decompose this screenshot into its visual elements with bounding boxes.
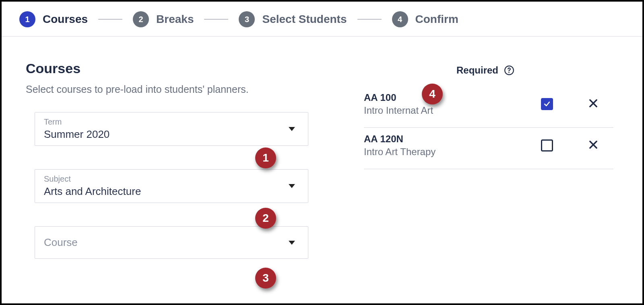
step-connector bbox=[204, 19, 228, 20]
step-connector bbox=[357, 19, 382, 20]
step-number: 1 bbox=[19, 11, 35, 27]
chevron-down-icon bbox=[289, 241, 295, 245]
annotation-badge-1: 1 bbox=[255, 147, 276, 168]
required-checkbox[interactable] bbox=[541, 98, 553, 110]
annotation-badge-4: 4 bbox=[422, 84, 443, 104]
page-subtitle: Select courses to pre-load into students… bbox=[26, 84, 328, 95]
left-column: Courses Select courses to pre-load into … bbox=[26, 61, 328, 282]
step-breaks[interactable]: 2 Breaks bbox=[133, 11, 194, 27]
step-label: Breaks bbox=[156, 13, 194, 26]
term-dropdown[interactable]: Term Summer 2020 bbox=[35, 112, 308, 146]
step-select-students[interactable]: 3 Select Students bbox=[239, 11, 347, 27]
step-courses[interactable]: 1 Courses bbox=[19, 11, 88, 27]
course-dropdown[interactable]: Course bbox=[35, 226, 308, 259]
course-info: AA 120N Intro Art Therapy bbox=[364, 133, 521, 158]
subject-dropdown[interactable]: Subject Arts and Architecture bbox=[35, 169, 308, 203]
remove-course-button[interactable] bbox=[588, 139, 599, 152]
annotation-badge-2: 2 bbox=[255, 208, 276, 229]
wizard-stepper: 1 Courses 2 Breaks 3 Select Students 4 C… bbox=[2, 2, 642, 37]
chevron-down-icon bbox=[289, 184, 295, 188]
required-label: Required bbox=[456, 65, 498, 76]
step-number: 4 bbox=[392, 11, 408, 27]
svg-point-1 bbox=[508, 72, 510, 73]
required-checkbox[interactable] bbox=[541, 139, 553, 151]
course-name: Intro Art Therapy bbox=[364, 146, 521, 158]
step-number: 3 bbox=[239, 11, 255, 27]
course-label: Course bbox=[44, 236, 78, 248]
step-label: Courses bbox=[43, 13, 88, 26]
term-value: Summer 2020 bbox=[44, 128, 299, 141]
page-title: Courses bbox=[26, 61, 328, 76]
panel-courses: Courses Select courses to pre-load into … bbox=[2, 37, 642, 282]
term-label: Term bbox=[44, 117, 299, 127]
chevron-down-icon bbox=[289, 127, 295, 131]
step-confirm[interactable]: 4 Confirm bbox=[392, 11, 458, 27]
course-name: Intro Internat Art bbox=[364, 105, 521, 116]
step-label: Select Students bbox=[262, 13, 347, 26]
remove-course-button[interactable] bbox=[588, 98, 599, 111]
step-number: 2 bbox=[133, 11, 149, 27]
viewport: 1 Courses 2 Breaks 3 Select Students 4 C… bbox=[0, 0, 644, 305]
step-label: Confirm bbox=[415, 13, 458, 26]
step-connector bbox=[98, 19, 122, 20]
annotation-badge-3: 3 bbox=[255, 268, 276, 289]
help-icon[interactable] bbox=[504, 65, 514, 76]
selected-courses-column: Required AA 100 Intro Internat Art bbox=[364, 61, 613, 282]
required-header: Required bbox=[456, 65, 613, 76]
course-row: AA 120N Intro Art Therapy bbox=[364, 128, 613, 169]
subject-value: Arts and Architecture bbox=[44, 185, 299, 198]
course-row: AA 100 Intro Internat Art bbox=[364, 86, 613, 128]
subject-label: Subject bbox=[44, 174, 299, 184]
course-code: AA 120N bbox=[364, 133, 521, 145]
